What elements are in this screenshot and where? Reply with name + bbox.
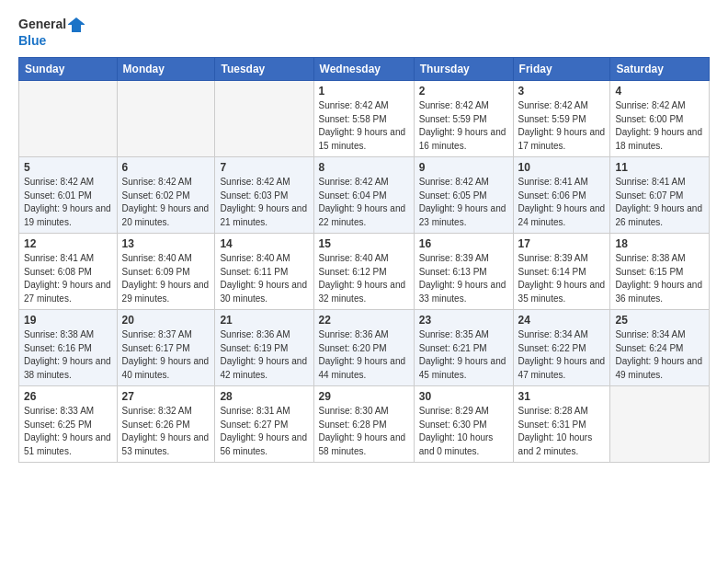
day-info: Sunrise: 8:42 AM Sunset: 6:05 PM Dayligh…	[419, 176, 508, 229]
day-info: Sunrise: 8:42 AM Sunset: 6:02 PM Dayligh…	[122, 176, 210, 229]
calendar-cell: 8Sunrise: 8:42 AM Sunset: 6:04 PM Daylig…	[313, 157, 414, 234]
day-info: Sunrise: 8:33 AM Sunset: 6:25 PM Dayligh…	[24, 405, 112, 458]
day-info: Sunrise: 8:41 AM Sunset: 6:07 PM Dayligh…	[615, 176, 704, 229]
day-number: 10	[518, 161, 606, 174]
calendar-cell: 30Sunrise: 8:29 AM Sunset: 6:30 PM Dayli…	[414, 386, 513, 463]
calendar-week-row: 5Sunrise: 8:42 AM Sunset: 6:01 PM Daylig…	[19, 157, 710, 234]
day-number: 3	[518, 85, 606, 98]
calendar-week-row: 1Sunrise: 8:42 AM Sunset: 5:58 PM Daylig…	[19, 81, 710, 157]
day-info: Sunrise: 8:42 AM Sunset: 6:00 PM Dayligh…	[615, 99, 704, 153]
day-number: 16	[419, 237, 508, 250]
svg-marker-0	[68, 17, 85, 32]
calendar-cell: 6Sunrise: 8:42 AM Sunset: 6:02 PM Daylig…	[117, 157, 215, 234]
calendar-cell: 2Sunrise: 8:42 AM Sunset: 5:59 PM Daylig…	[414, 81, 513, 157]
weekday-header: Tuesday	[215, 58, 313, 81]
calendar-week-row: 12Sunrise: 8:41 AM Sunset: 6:08 PM Dayli…	[19, 234, 710, 310]
calendar-cell: 9Sunrise: 8:42 AM Sunset: 6:05 PM Daylig…	[414, 157, 513, 234]
day-number: 20	[122, 314, 210, 327]
calendar-cell: 16Sunrise: 8:39 AM Sunset: 6:13 PM Dayli…	[414, 234, 513, 310]
day-info: Sunrise: 8:40 AM Sunset: 6:12 PM Dayligh…	[319, 252, 409, 305]
day-info: Sunrise: 8:32 AM Sunset: 6:26 PM Dayligh…	[122, 405, 210, 458]
calendar-cell	[117, 81, 215, 157]
day-info: Sunrise: 8:34 AM Sunset: 6:22 PM Dayligh…	[518, 328, 606, 382]
day-number: 7	[220, 161, 308, 174]
calendar-cell: 1Sunrise: 8:42 AM Sunset: 5:58 PM Daylig…	[313, 81, 414, 157]
weekday-header: Wednesday	[313, 58, 414, 81]
calendar-cell: 3Sunrise: 8:42 AM Sunset: 5:59 PM Daylig…	[513, 81, 610, 157]
day-number: 13	[122, 237, 210, 250]
weekday-header: Thursday	[414, 58, 513, 81]
day-number: 26	[24, 390, 112, 403]
weekday-header-row: SundayMondayTuesdayWednesdayThursdayFrid…	[19, 58, 710, 81]
day-info: Sunrise: 8:36 AM Sunset: 6:20 PM Dayligh…	[319, 328, 409, 382]
weekday-header: Friday	[513, 58, 610, 81]
day-info: Sunrise: 8:34 AM Sunset: 6:24 PM Dayligh…	[615, 328, 704, 382]
calendar-cell: 15Sunrise: 8:40 AM Sunset: 6:12 PM Dayli…	[313, 234, 414, 310]
day-info: Sunrise: 8:38 AM Sunset: 6:16 PM Dayligh…	[24, 328, 112, 382]
calendar-cell: 26Sunrise: 8:33 AM Sunset: 6:25 PM Dayli…	[19, 386, 118, 463]
day-number: 30	[419, 390, 508, 403]
day-info: Sunrise: 8:39 AM Sunset: 6:14 PM Dayligh…	[518, 252, 606, 305]
day-number: 14	[220, 237, 308, 250]
day-info: Sunrise: 8:37 AM Sunset: 6:17 PM Dayligh…	[122, 328, 210, 382]
calendar-cell: 7Sunrise: 8:42 AM Sunset: 6:03 PM Daylig…	[215, 157, 313, 234]
day-number: 8	[319, 161, 409, 174]
day-number: 29	[319, 390, 409, 403]
calendar-cell: 4Sunrise: 8:42 AM Sunset: 6:00 PM Daylig…	[610, 81, 710, 157]
calendar-cell: 11Sunrise: 8:41 AM Sunset: 6:07 PM Dayli…	[610, 157, 710, 234]
calendar-cell: 29Sunrise: 8:30 AM Sunset: 6:28 PM Dayli…	[313, 386, 414, 463]
calendar-cell: 14Sunrise: 8:40 AM Sunset: 6:11 PM Dayli…	[215, 234, 313, 310]
day-number: 19	[24, 314, 112, 327]
calendar-cell: 23Sunrise: 8:35 AM Sunset: 6:21 PM Dayli…	[414, 310, 513, 386]
calendar-cell: 5Sunrise: 8:42 AM Sunset: 6:01 PM Daylig…	[19, 157, 118, 234]
day-info: Sunrise: 8:41 AM Sunset: 6:06 PM Dayligh…	[518, 176, 606, 229]
header: General Blue	[18, 17, 710, 48]
calendar-cell: 24Sunrise: 8:34 AM Sunset: 6:22 PM Dayli…	[513, 310, 610, 386]
day-number: 1	[319, 85, 409, 98]
day-info: Sunrise: 8:40 AM Sunset: 6:09 PM Dayligh…	[122, 252, 210, 305]
calendar-cell	[215, 81, 313, 157]
calendar-cell: 17Sunrise: 8:39 AM Sunset: 6:14 PM Dayli…	[513, 234, 610, 310]
day-info: Sunrise: 8:28 AM Sunset: 6:31 PM Dayligh…	[518, 405, 606, 458]
day-number: 12	[24, 237, 112, 250]
day-info: Sunrise: 8:38 AM Sunset: 6:15 PM Dayligh…	[615, 252, 704, 305]
calendar-cell: 19Sunrise: 8:38 AM Sunset: 6:16 PM Dayli…	[19, 310, 118, 386]
calendar-cell: 20Sunrise: 8:37 AM Sunset: 6:17 PM Dayli…	[117, 310, 215, 386]
day-number: 11	[615, 161, 704, 174]
day-info: Sunrise: 8:40 AM Sunset: 6:11 PM Dayligh…	[220, 252, 308, 305]
day-number: 23	[419, 314, 508, 327]
day-info: Sunrise: 8:36 AM Sunset: 6:19 PM Dayligh…	[220, 328, 308, 382]
day-info: Sunrise: 8:42 AM Sunset: 6:01 PM Dayligh…	[24, 176, 112, 229]
calendar-cell: 18Sunrise: 8:38 AM Sunset: 6:15 PM Dayli…	[610, 234, 710, 310]
logo: General Blue	[18, 17, 85, 48]
weekday-header: Monday	[117, 58, 215, 81]
day-number: 22	[319, 314, 409, 327]
day-info: Sunrise: 8:42 AM Sunset: 5:59 PM Dayligh…	[518, 99, 606, 153]
day-info: Sunrise: 8:39 AM Sunset: 6:13 PM Dayligh…	[419, 252, 508, 305]
calendar-cell	[19, 81, 118, 157]
day-number: 15	[319, 237, 409, 250]
weekday-header: Sunday	[19, 58, 118, 81]
day-number: 18	[615, 237, 704, 250]
day-number: 6	[122, 161, 210, 174]
calendar-cell: 10Sunrise: 8:41 AM Sunset: 6:06 PM Dayli…	[513, 157, 610, 234]
day-info: Sunrise: 8:42 AM Sunset: 5:59 PM Dayligh…	[419, 99, 508, 153]
day-number: 17	[518, 237, 606, 250]
day-number: 31	[518, 390, 606, 403]
day-number: 24	[518, 314, 606, 327]
day-number: 4	[615, 85, 704, 98]
day-info: Sunrise: 8:30 AM Sunset: 6:28 PM Dayligh…	[319, 405, 409, 458]
day-info: Sunrise: 8:41 AM Sunset: 6:08 PM Dayligh…	[24, 252, 112, 305]
logo-arrow-icon	[68, 17, 85, 33]
calendar-week-row: 26Sunrise: 8:33 AM Sunset: 6:25 PM Dayli…	[19, 386, 710, 463]
day-info: Sunrise: 8:42 AM Sunset: 6:04 PM Dayligh…	[319, 176, 409, 229]
day-number: 21	[220, 314, 308, 327]
day-info: Sunrise: 8:42 AM Sunset: 5:58 PM Dayligh…	[319, 99, 409, 153]
day-number: 5	[24, 161, 112, 174]
day-number: 27	[122, 390, 210, 403]
calendar-week-row: 19Sunrise: 8:38 AM Sunset: 6:16 PM Dayli…	[19, 310, 710, 386]
calendar-cell: 13Sunrise: 8:40 AM Sunset: 6:09 PM Dayli…	[117, 234, 215, 310]
weekday-header: Saturday	[610, 58, 710, 81]
calendar-cell: 21Sunrise: 8:36 AM Sunset: 6:19 PM Dayli…	[215, 310, 313, 386]
day-number: 9	[419, 161, 508, 174]
